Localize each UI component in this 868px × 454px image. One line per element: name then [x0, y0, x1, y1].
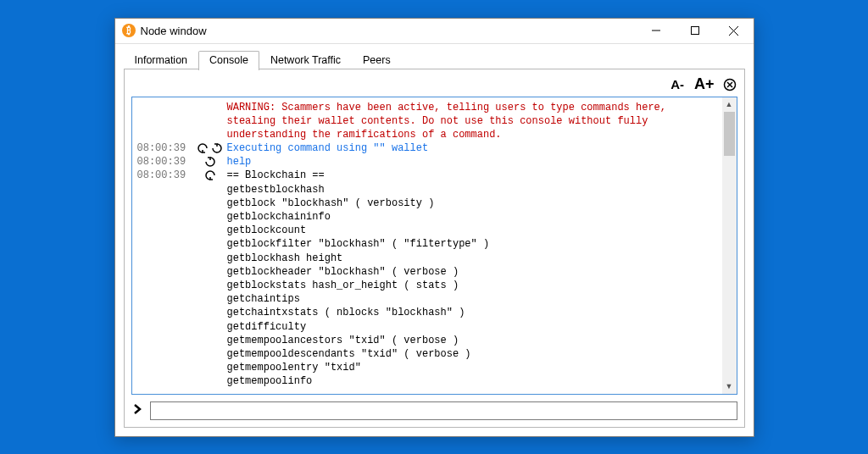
- tab-console[interactable]: Console: [198, 51, 259, 70]
- console-row: 08:00:39== Blockchain == getbestblockhas…: [137, 169, 717, 388]
- command-input[interactable]: [150, 401, 737, 420]
- window-controls: [637, 19, 754, 43]
- console-message: Executing command using "" wallet: [227, 141, 717, 155]
- timestamp: 08:00:39: [137, 155, 193, 168]
- node-window: ₿ Node window Information Console Networ…: [114, 18, 754, 437]
- close-button[interactable]: [715, 19, 754, 43]
- direction-icon: [193, 169, 227, 182]
- font-smaller-button[interactable]: A-: [668, 77, 687, 91]
- titlebar: ₿ Node window: [115, 19, 754, 44]
- tab-network-traffic[interactable]: Network Traffic: [259, 51, 352, 69]
- command-input-row: [131, 401, 737, 420]
- scroll-down-arrow[interactable]: ▼: [722, 379, 737, 394]
- clear-icon: [723, 78, 737, 91]
- prompt-icon: [131, 403, 145, 418]
- console-message: == Blockchain == getbestblockhash getblo…: [227, 169, 717, 388]
- timestamp: 08:00:39: [137, 141, 193, 154]
- svg-rect-1: [691, 27, 698, 35]
- console-row: 08:00:39 Executing command using "" wall…: [137, 141, 717, 155]
- window-title: Node window: [141, 25, 207, 37]
- tab-peers[interactable]: Peers: [352, 51, 402, 69]
- scroll-thumb[interactable]: [724, 112, 735, 156]
- console-toolbar: A- A+: [131, 75, 737, 95]
- timestamp: 08:00:39: [137, 169, 193, 181]
- direction-icon: [193, 141, 227, 155]
- maximize-button[interactable]: [676, 19, 715, 43]
- console-warning: WARNING: Scammers have been active, tell…: [227, 101, 717, 142]
- tab-information[interactable]: Information: [124, 51, 199, 69]
- tab-bar: Information Console Network Traffic Peer…: [124, 49, 745, 69]
- console-scroll-area: WARNING: Scammers have been active, tell…: [132, 97, 722, 394]
- console-output: WARNING: Scammers have been active, tell…: [131, 97, 737, 395]
- client-area: Information Console Network Traffic Peer…: [115, 44, 754, 436]
- clear-console-button[interactable]: [722, 77, 737, 92]
- console-message: help: [227, 155, 717, 169]
- minimize-button[interactable]: [637, 19, 676, 43]
- console-row: 08:00:39help: [137, 155, 717, 169]
- console-panel: A- A+ WARNING: Scammers have been active: [124, 69, 745, 428]
- console-warning-row: WARNING: Scammers have been active, tell…: [137, 101, 717, 142]
- scroll-up-arrow[interactable]: ▲: [722, 97, 737, 112]
- direction-icon: [193, 155, 227, 169]
- font-bigger-button[interactable]: A+: [692, 75, 717, 93]
- app-icon: ₿: [122, 24, 136, 37]
- vertical-scrollbar[interactable]: ▲ ▼: [722, 97, 737, 394]
